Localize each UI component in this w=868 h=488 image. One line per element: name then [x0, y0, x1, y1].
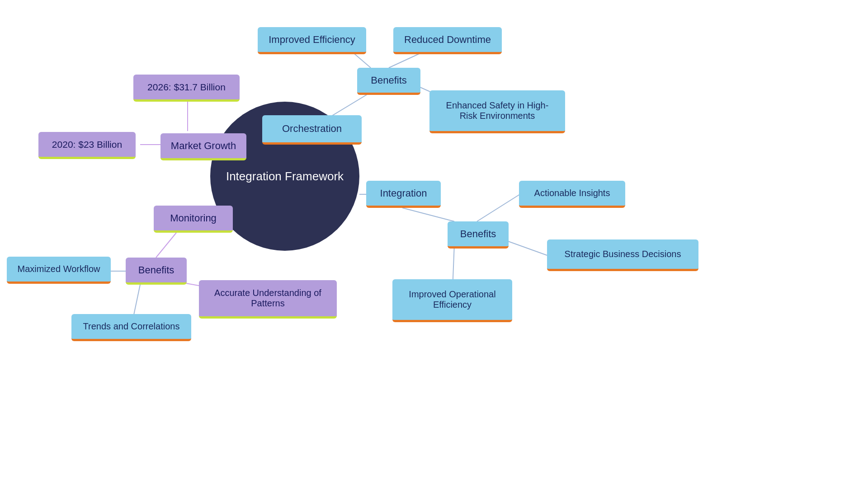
monitoring-node: Monitoring [154, 206, 233, 233]
actionable-insights-node: Actionable Insights [519, 181, 625, 208]
maximized-workflow-node: Maximized Workflow [7, 257, 111, 284]
improved-efficiency-node: Improved Efficiency [258, 27, 366, 54]
integration-node: Integration [366, 181, 441, 208]
trends-correlations-node: Trends and Correlations [71, 314, 191, 341]
reduced-downtime-node: Reduced Downtime [393, 27, 502, 54]
svg-line-14 [402, 208, 454, 221]
benefits-right-node: Benefits [448, 221, 509, 249]
strategic-business-node: Strategic Business Decisions [547, 239, 698, 271]
svg-line-10 [156, 233, 176, 258]
2020-node: 2020: $23 Billion [38, 132, 136, 159]
improved-operational-node: Improved Operational Efficiency [392, 279, 512, 322]
svg-line-15 [477, 194, 520, 221]
center-label: Integration Framework [226, 169, 344, 183]
benefits-top-node: Benefits [357, 68, 420, 95]
benefits-bottom-left-node: Benefits [126, 258, 187, 285]
accurate-understanding-node: Accurate Understanding of Patterns [199, 280, 337, 319]
market-growth-node: Market Growth [160, 133, 246, 160]
2026-node: 2026: $31.7 Billion [133, 75, 240, 102]
enhanced-safety-node: Enhanced Safety in High-Risk Environment… [429, 90, 565, 133]
orchestration-node: Orchestration [262, 115, 362, 145]
